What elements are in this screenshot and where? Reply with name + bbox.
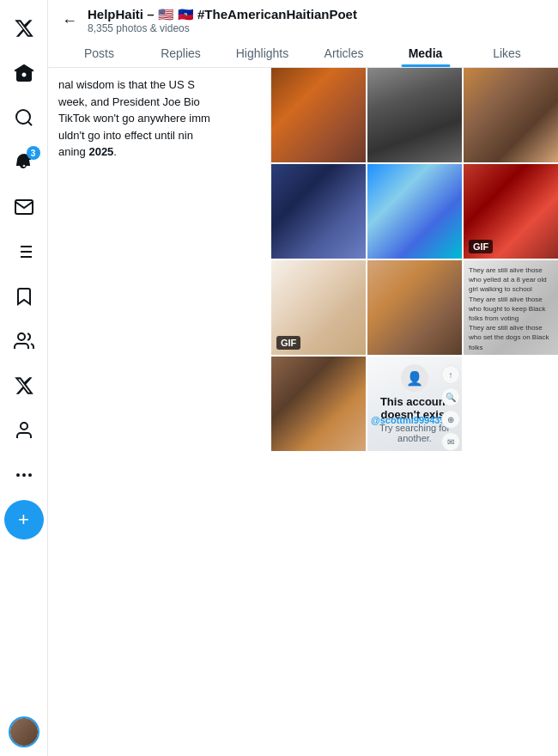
profile-nav-icon[interactable] <box>4 411 44 450</box>
twitter-x-logo[interactable] <box>4 9 44 48</box>
notifications-nav-icon[interactable]: 3 <box>4 143 44 182</box>
side-action-buttons: ↑ 🔍 ⊕ ✉ ♥ ↗ <box>441 365 460 451</box>
search-nav-icon[interactable] <box>4 98 44 137</box>
account-error-icon: 👤 <box>401 364 428 392</box>
twitter-nav-icon[interactable] <box>4 366 44 405</box>
svg-point-10 <box>22 473 26 477</box>
media-cell-girl-portrait[interactable] <box>271 357 366 451</box>
tweet-preview: nal wisdom is that the US S week, and Pr… <box>48 68 271 169</box>
content-area[interactable]: nal wisdom is that the US S week, and Pr… <box>48 68 558 756</box>
tweet-line-3: TikTok won't go anywhere imm <box>58 110 260 127</box>
profile-title-area: HelpHaiti – 🇺🇸 🇭🇹 #TheAmericanHaitianPoe… <box>88 7 548 34</box>
gif-badge-laughing: GIF <box>276 336 300 350</box>
poem-text: They are still alive those who yelled at… <box>464 260 558 355</box>
more-nav-icon[interactable] <box>4 455 44 495</box>
main-content: ← HelpHaiti – 🇺🇸 🇭🇹 #TheAmericanHaitianP… <box>48 0 558 756</box>
tweet-line-4: uldn't go into effect until nin <box>58 127 260 144</box>
notifications-badge: 3 <box>27 146 40 160</box>
tweet-line-1: nal wisdom is that the US S <box>58 76 260 94</box>
gif-badge-red: GIF <box>469 240 493 253</box>
media-cell-girl-smile[interactable] <box>367 260 462 355</box>
account-username: @scottmi9994398 <box>371 415 451 425</box>
tweet-line-5: aning 2025. <box>58 143 260 161</box>
svg-point-8 <box>21 423 27 430</box>
media-cell-laughing[interactable]: GIF <box>271 260 366 355</box>
media-grid: GIF GIF They are still alive those who y… <box>271 68 558 451</box>
media-cell-embrace[interactable] <box>464 68 558 162</box>
tab-highlights[interactable]: Highlights <box>221 38 303 67</box>
compose-button[interactable]: + <box>4 500 44 540</box>
profile-name: HelpHaiti – 🇺🇸 🇭🇹 #TheAmericanHaitianPoe… <box>88 7 548 22</box>
sidebar: 3 <box>0 0 48 756</box>
tab-media[interactable]: Media <box>385 38 466 67</box>
tab-posts[interactable]: Posts <box>58 38 140 67</box>
svg-point-9 <box>16 473 20 477</box>
side-btn-3[interactable]: ⊕ <box>441 410 460 429</box>
profile-tabs: Posts Replies Highlights Articles Media … <box>58 38 548 67</box>
media-cell-account-error[interactable]: 👤 This account doesn't exist Try searchi… <box>367 357 462 451</box>
tab-likes[interactable]: Likes <box>466 38 548 67</box>
media-cell-woman-bw[interactable] <box>367 68 462 162</box>
back-button[interactable]: ← <box>58 9 81 34</box>
media-cell-pool[interactable] <box>367 164 462 259</box>
tweet-line-2: week, and President Joe Bio <box>58 94 260 111</box>
communities-nav-icon[interactable] <box>4 321 44 361</box>
tweet-period: . <box>113 145 117 158</box>
media-cell-stew[interactable] <box>271 68 366 162</box>
side-btn-2[interactable]: 🔍 <box>441 387 460 406</box>
messages-nav-icon[interactable] <box>4 187 44 227</box>
profile-top-row: ← HelpHaiti – 🇺🇸 🇭🇹 #TheAmericanHaitianP… <box>58 7 548 34</box>
tab-replies[interactable]: Replies <box>140 38 221 67</box>
media-cell-text-poem[interactable]: They are still alive those who yelled at… <box>464 260 558 355</box>
side-btn-1[interactable]: ↑ <box>441 365 460 384</box>
tab-articles[interactable]: Articles <box>303 38 385 67</box>
profile-media-count: 8,355 photos & videos <box>88 22 548 34</box>
side-btn-4[interactable]: ✉ <box>441 432 460 451</box>
tweet-year: 2025 <box>88 145 113 158</box>
svg-point-11 <box>28 473 32 477</box>
avatar-image <box>10 718 38 746</box>
lists-nav-icon[interactable] <box>4 232 44 271</box>
tweet-line-5-text: aning <box>58 145 88 158</box>
profile-avatar[interactable] <box>9 716 39 747</box>
bookmarks-nav-icon[interactable] <box>4 277 44 316</box>
media-cell-red-outfit[interactable]: GIF <box>464 164 558 259</box>
home-nav-icon[interactable] <box>4 53 44 93</box>
svg-point-0 <box>16 110 30 124</box>
svg-point-7 <box>18 333 25 340</box>
profile-header: ← HelpHaiti – 🇺🇸 🇭🇹 #TheAmericanHaitianP… <box>48 0 558 68</box>
media-cell-face-blue[interactable] <box>271 164 366 259</box>
media-grid-wrapper: GIF GIF They are still alive those who y… <box>271 68 558 451</box>
